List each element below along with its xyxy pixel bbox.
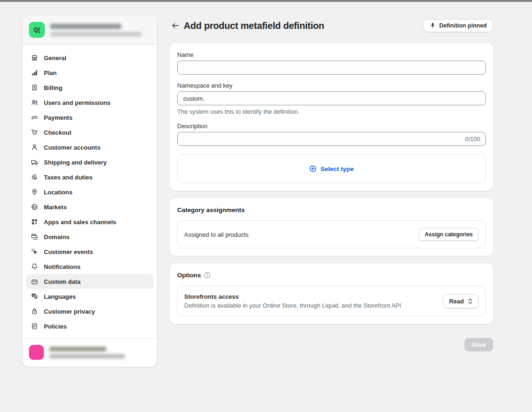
sidebar-item-customer-events[interactable]: Customer events	[26, 244, 153, 259]
store-avatar: Q(	[29, 22, 45, 38]
settings-page: Q( GeneralPlanBillingUsers and permissio…	[0, 0, 532, 367]
category-assignments-card: Category assignments Assigned to all pro…	[170, 198, 493, 256]
sidebar-item-label: Checkout	[44, 129, 71, 136]
cart-icon	[31, 129, 38, 136]
store-icon	[31, 54, 38, 62]
sidebar-item-users-and-permissions[interactable]: Users and permissions	[26, 95, 153, 110]
sidebar-item-checkout[interactable]: Checkout	[26, 125, 153, 140]
domains-icon	[31, 233, 38, 240]
sidebar-item-apps-and-sales-channels[interactable]: Apps and sales channels	[26, 214, 153, 229]
sidebar-item-taxes-and-duties[interactable]: Taxes and duties	[26, 170, 153, 185]
users-icon	[31, 99, 38, 106]
save-button[interactable]: Save	[464, 338, 493, 351]
info-icon[interactable]	[204, 272, 211, 279]
save-row: Save	[170, 338, 493, 351]
sidebar-item-label: Payments	[44, 114, 72, 121]
assign-categories-button[interactable]: Assign categories	[419, 228, 479, 241]
name-label: Name	[177, 51, 486, 58]
sidebar-item-label: Taxes and duties	[44, 174, 93, 181]
store-domain-redacted	[50, 32, 142, 36]
main-content: Add product metafield definition Definit…	[170, 15, 493, 367]
sidebar-item-languages[interactable]: Languages	[26, 289, 153, 304]
sidebar-item-label: Billing	[44, 84, 62, 91]
namespace-field-group: Namespace and key The system uses this t…	[177, 82, 486, 115]
sidebar-item-markets[interactable]: Markets	[26, 199, 153, 214]
person-icon	[31, 144, 38, 151]
sidebar-item-label: Custom data	[44, 278, 81, 285]
sidebar-item-label: Policies	[44, 323, 67, 330]
sidebar-item-label: Customer accounts	[44, 144, 100, 151]
definition-pinned-button[interactable]: Definition pinned	[423, 19, 493, 32]
sidebar-item-policies[interactable]: Policies	[26, 319, 153, 334]
truck-icon	[31, 158, 38, 166]
sidebar-item-custom-data[interactable]: Custom data	[26, 274, 153, 289]
storefronts-access-title: Storefronts access	[184, 293, 401, 300]
user-email-redacted	[49, 354, 125, 358]
document-icon	[31, 323, 38, 330]
taxes-icon	[31, 173, 38, 181]
sidebar-item-plan[interactable]: Plan	[26, 65, 153, 80]
description-label: Description	[177, 123, 486, 130]
back-button[interactable]	[170, 20, 181, 31]
namespace-input[interactable]	[177, 91, 486, 105]
name-field-group: Name	[177, 51, 486, 75]
category-row: Assigned to all products Assign categori…	[177, 220, 486, 248]
store-header[interactable]: Q(	[22, 15, 157, 45]
plan-icon	[31, 69, 38, 76]
pinned-button-label: Definition pinned	[439, 22, 487, 29]
window-top-strip	[0, 0, 532, 2]
pin-icon	[31, 188, 38, 196]
globe-icon	[31, 203, 38, 211]
storefronts-access-value: Read	[449, 298, 464, 305]
plus-circle-icon	[309, 165, 317, 172]
description-input[interactable]	[177, 132, 486, 146]
settings-sidebar: Q( GeneralPlanBillingUsers and permissio…	[22, 15, 157, 367]
storefronts-access-row: Storefronts access Definition is availab…	[177, 286, 486, 316]
arrow-left-icon	[171, 21, 180, 30]
sidebar-item-notifications[interactable]: Notifications	[26, 259, 153, 274]
select-type-label: Select type	[320, 165, 353, 172]
storefronts-access-select[interactable]: Read	[443, 294, 479, 309]
select-type-button[interactable]: Select type	[177, 154, 486, 183]
lock-icon	[31, 308, 38, 315]
description-char-counter: 0/100	[465, 136, 480, 143]
user-name-redacted	[49, 347, 106, 351]
sidebar-item-domains[interactable]: Domains	[26, 229, 153, 244]
page-title: Add product metafield definition	[184, 21, 324, 31]
namespace-helper-text: The system uses this to identify the def…	[177, 108, 486, 115]
sidebar-item-customer-accounts[interactable]: Customer accounts	[26, 140, 153, 155]
language-icon	[31, 293, 38, 300]
user-footer[interactable]	[22, 338, 157, 367]
storefronts-access-desc: Definition is available in your Online S…	[184, 302, 401, 309]
storefronts-access-text: Storefronts access Definition is availab…	[184, 293, 401, 309]
sidebar-item-general[interactable]: General	[26, 50, 153, 65]
receipt-icon	[31, 84, 38, 91]
options-title-text: Options	[177, 272, 201, 279]
sidebar-item-label: Shipping and delivery	[44, 159, 107, 166]
sidebar-item-label: Users and permissions	[44, 99, 111, 106]
sidebar-item-label: Locations	[44, 189, 72, 196]
store-name-redacted	[50, 24, 121, 29]
category-card-title: Category assignments	[177, 206, 486, 213]
sidebar-item-label: Customer privacy	[44, 308, 95, 315]
sidebar-item-billing[interactable]: Billing	[26, 80, 153, 95]
sidebar-item-label: Languages	[44, 293, 76, 300]
namespace-label: Namespace and key	[177, 82, 486, 89]
sidebar-item-label: Markets	[44, 204, 67, 211]
sidebar-nav: GeneralPlanBillingUsers and permissionsP…	[22, 45, 157, 338]
tray-icon	[31, 278, 38, 285]
sidebar-item-payments[interactable]: Payments	[26, 110, 153, 125]
apps-icon	[31, 218, 38, 226]
sidebar-item-customer-privacy[interactable]: Customer privacy	[26, 304, 153, 319]
sidebar-item-label: Apps and sales channels	[44, 219, 116, 226]
cursor-icon	[31, 248, 38, 255]
sidebar-item-shipping-and-delivery[interactable]: Shipping and delivery	[26, 155, 153, 170]
user-meta	[49, 347, 125, 358]
updown-chevron-icon	[468, 298, 473, 304]
category-row-text: Assigned to all products	[184, 231, 249, 238]
payments-icon	[31, 114, 38, 121]
bell-icon	[31, 263, 38, 270]
name-input[interactable]	[177, 61, 486, 75]
sidebar-item-locations[interactable]: Locations	[26, 185, 153, 199]
sidebar-item-label: Plan	[44, 69, 56, 76]
